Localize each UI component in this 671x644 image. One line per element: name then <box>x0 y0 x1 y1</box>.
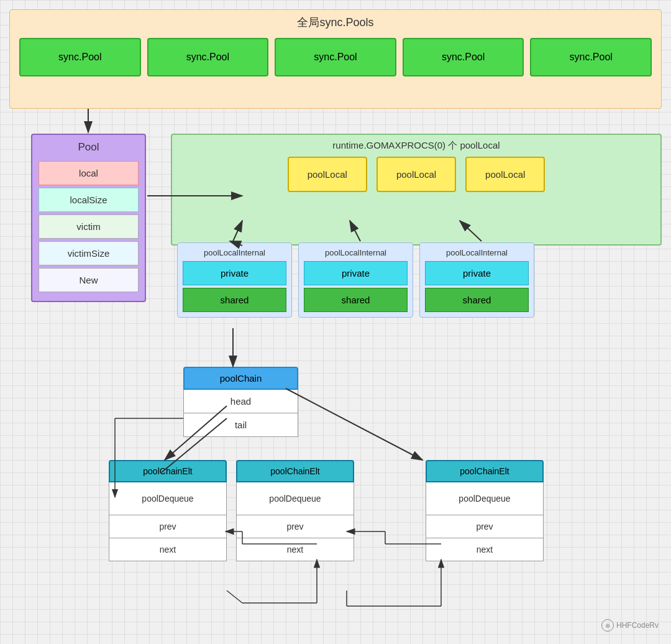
pce-next-3: next <box>426 538 544 561</box>
pool-field-new: New <box>39 268 139 292</box>
diagram-container: 全局sync.Pools sync.Pool sync.Pool sync.Po… <box>0 0 671 644</box>
pli-title-3: poolLocalInternal <box>425 248 529 257</box>
pli-title-1: poolLocalInternal <box>183 248 286 257</box>
global-pools-area: 全局sync.Pools sync.Pool sync.Pool sync.Po… <box>9 9 662 109</box>
pce-next-1: next <box>109 538 227 561</box>
pce-item-1: poolChainElt poolDequeue prev next <box>109 460 227 561</box>
poollocal-box-2: poolLocal <box>377 157 456 192</box>
pli-item-2: poolLocalInternal private shared <box>298 242 413 318</box>
pli-private-3: private <box>425 261 529 285</box>
watermark: ⊕ HHFCodeRv <box>601 619 659 632</box>
svg-line-10 <box>286 389 422 460</box>
sync-pool-2: sync.Pool <box>147 38 269 76</box>
pool-struct: Pool local localSize victim victimSize N… <box>31 134 146 302</box>
pli-shared-1: shared <box>183 288 286 312</box>
pce-dequeue-3: poolDequeue <box>426 482 544 515</box>
watermark-text: HHFCodeRv <box>616 621 659 630</box>
pli-item-3: poolLocalInternal private shared <box>419 242 534 318</box>
pool-field-localsize: localSize <box>39 188 139 212</box>
pce-item-3: poolChainElt poolDequeue prev next <box>426 460 544 561</box>
pool-struct-title: Pool <box>32 135 145 159</box>
pli-item-1: poolLocalInternal private shared <box>177 242 292 318</box>
pce-dequeue-2: poolDequeue <box>236 482 354 515</box>
sync-pool-1: sync.Pool <box>19 38 141 76</box>
pool-field-victim: victim <box>39 214 139 239</box>
poollocal-box-1: poolLocal <box>288 157 367 192</box>
svg-line-12 <box>227 591 242 603</box>
poollocal-group: runtime.GOMAXPROCS(0) 个 poolLocal poolLo… <box>171 134 662 246</box>
pce-group: poolChainElt poolDequeue prev next poolC… <box>109 460 544 561</box>
poolchain-tail: tail <box>183 413 298 437</box>
poollocal-group-title: runtime.GOMAXPROCS(0) 个 poolLocal <box>172 135 660 157</box>
poolchain-head: head <box>183 390 298 413</box>
pce-header-3: poolChainElt <box>426 460 544 482</box>
sync-pool-3: sync.Pool <box>275 38 396 76</box>
global-pools-title: 全局sync.Pools <box>10 10 661 35</box>
poollocal-boxes: poolLocal poolLocal poolLocal <box>172 157 660 192</box>
pce-item-2: poolChainElt poolDequeue prev next <box>236 460 354 561</box>
pli-title-2: poolLocalInternal <box>304 248 408 257</box>
pli-group: poolLocalInternal private shared poolLoc… <box>177 242 534 318</box>
sync-pool-5: sync.Pool <box>530 38 652 76</box>
pce-header-2: poolChainElt <box>236 460 354 482</box>
pce-header-1: poolChainElt <box>109 460 227 482</box>
pce-prev-3: prev <box>426 515 544 538</box>
pce-dequeue-1: poolDequeue <box>109 482 227 515</box>
pli-shared-2: shared <box>304 288 408 312</box>
pce-next-2: next <box>236 538 354 561</box>
pool-field-victimsize: victimSize <box>39 241 139 265</box>
watermark-icon: ⊕ <box>601 619 614 632</box>
pli-private-1: private <box>183 261 286 285</box>
sync-pools-row: sync.Pool sync.Pool sync.Pool sync.Pool … <box>10 38 661 76</box>
sync-pool-4: sync.Pool <box>403 38 524 76</box>
poolchain-header: poolChain <box>183 367 298 390</box>
pli-private-2: private <box>304 261 408 285</box>
pool-field-local: local <box>39 161 139 185</box>
pce-prev-1: prev <box>109 515 227 538</box>
poolchain-box: poolChain head tail <box>183 367 298 437</box>
pce-prev-2: prev <box>236 515 354 538</box>
poollocal-box-3: poolLocal <box>465 157 545 192</box>
pli-shared-3: shared <box>425 288 529 312</box>
